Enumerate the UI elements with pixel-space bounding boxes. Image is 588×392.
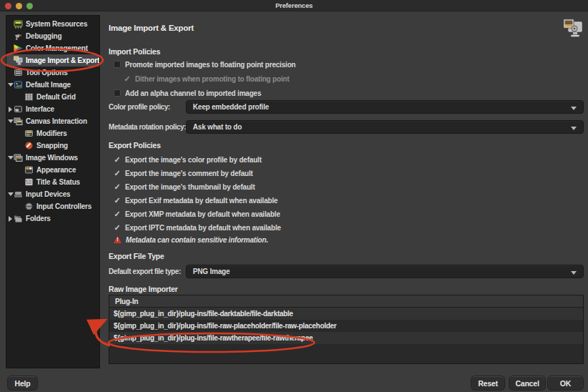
title-status-icon [24, 177, 34, 187]
sidebar-item-label: Image Import & Export [26, 57, 99, 64]
checkbox-promote-imported-images[interactable]: Promote imported images to floating poin… [109, 58, 584, 71]
sidebar-item-snapping[interactable]: Snapping [6, 139, 99, 152]
checkmark-icon: ✓ [113, 155, 121, 165]
minimize-window-button[interactable] [16, 3, 22, 9]
sidebar-item-image-import-export[interactable]: Image Import & Export [6, 54, 99, 67]
preferences-window: Preferences System Resources Debugging C… [0, 0, 588, 392]
default-image-icon [14, 80, 23, 89]
default-export-file-type-row: Default export file type: PNG Image [109, 265, 584, 278]
expander-down-icon[interactable] [7, 83, 14, 87]
plug-in-column-header[interactable]: Plug-In [109, 295, 583, 308]
sidebar-item-modifiers[interactable]: Modifiers [6, 127, 99, 139]
sidebar-item-label: Color Management [26, 44, 88, 52]
checkbox-label: Export the image's color profile by defa… [125, 156, 261, 164]
sidebar-item-label: Debugging [26, 32, 61, 40]
default-export-file-type-select[interactable]: PNG Image [186, 265, 584, 278]
metadata-rotation-policy-row: Metadata rotation policy: Ask what to do [109, 120, 584, 134]
metadata-rotation-policy-label: Metadata rotation policy: [109, 120, 186, 134]
metadata-rotation-policy-select[interactable]: Ask what to do [186, 120, 584, 134]
sidebar-item-label: Input Controllers [36, 202, 91, 210]
sidebar-item-label: Modifiers [36, 129, 67, 137]
checkbox-export-thumbnail[interactable]: ✓ Export the image's thumbnail by defaul… [109, 180, 584, 193]
checkbox-export-iptc[interactable]: ✓ Export IPTC metadata by default when a… [109, 221, 584, 234]
checkbox-unchecked-icon[interactable] [114, 61, 121, 68]
warning-text: Metadata can contain sensitive informati… [126, 236, 268, 244]
preferences-sidebar: System Resources Debugging Color Managem… [6, 15, 100, 368]
checkbox-export-exif[interactable]: ✓ Export Exif metadata by default when a… [109, 194, 584, 207]
expander-right-icon[interactable] [7, 107, 14, 112]
sidebar-item-color-management[interactable]: Color Management [6, 42, 99, 54]
checkbox-label: Export Exif metadata by default when ava… [125, 197, 278, 205]
sidebar-item-image-windows[interactable]: Image Windows [6, 152, 99, 164]
expander-down-icon[interactable] [7, 192, 14, 196]
checkbox-label: Export the image's thumbnail by default [125, 183, 255, 191]
zoom-window-button[interactable] [26, 3, 33, 9]
checkbox-unchecked-icon[interactable] [114, 89, 121, 97]
checkbox-label: Promote imported images to floating poin… [125, 61, 296, 69]
help-button[interactable]: Help [7, 376, 38, 391]
selected-value: Keep embedded profile [193, 103, 269, 111]
raw-importer-row-raw-placeholder[interactable]: ${gimp_plug_in_dir}/plug-ins/file-raw-pl… [109, 320, 583, 332]
cancel-button[interactable]: Cancel [509, 376, 546, 391]
sidebar-item-label: Image Windows [26, 154, 78, 162]
sidebar-item-label: Title & Status [36, 178, 80, 186]
sidebar-item-input-devices[interactable]: Input Devices [6, 188, 99, 200]
folders-icon [14, 214, 23, 223]
checkmark-icon: ✓ [113, 223, 121, 232]
checkmark-icon: ✓ [113, 182, 121, 192]
page-title: Image Import & Export [109, 24, 194, 32]
sidebar-item-default-grid[interactable]: Default Grid [6, 91, 99, 103]
sidebar-item-tool-options[interactable]: Tool Options [6, 67, 99, 79]
sidebar-item-debugging[interactable]: Debugging [6, 30, 99, 42]
selected-value: PNG Image [193, 268, 230, 275]
sidebar-item-folders[interactable]: Folders [6, 212, 99, 225]
modifiers-icon [24, 129, 34, 138]
ok-button[interactable]: OK [547, 376, 584, 391]
metadata-warning: Metadata can contain sensitive informati… [109, 233, 584, 246]
snapping-icon [24, 141, 34, 150]
color-management-icon [14, 44, 23, 53]
checkbox-export-xmp[interactable]: ✓ Export XMP metadata by default when av… [109, 207, 584, 220]
input-controllers-icon [24, 202, 34, 211]
sidebar-item-label: Folders [26, 215, 51, 222]
checkbox-export-color-profile[interactable]: ✓ Export the image's color profile by de… [109, 153, 584, 166]
sidebar-item-appearance[interactable]: Appearance [6, 164, 99, 176]
checkbox-label: Export XMP metadata by default when avai… [125, 210, 280, 218]
image-windows-icon [14, 153, 23, 162]
sidebar-item-title-status[interactable]: Title & Status [6, 176, 99, 188]
appearance-icon [24, 165, 34, 175]
export-policies-heading: Export Policies [109, 141, 161, 150]
system-resources-icon [14, 19, 23, 29]
checkbox-label: Export the image's comment by default [125, 170, 253, 177]
sidebar-item-default-image[interactable]: Default Image [6, 79, 99, 91]
chevron-down-icon [571, 107, 577, 110]
chevron-down-icon [571, 127, 577, 130]
checkbox-add-alpha-channel[interactable]: Add an alpha channel to imported images [109, 87, 584, 99]
default-grid-icon [24, 92, 34, 102]
checkbox-export-comment[interactable]: ✓ Export the image's comment by default [109, 167, 584, 180]
color-profile-policy-row: Color profile policy: Keep embedded prof… [109, 100, 584, 114]
sidebar-item-label: Interface [26, 105, 54, 113]
checkbox-dither-images: ✓ Dither images when promoting to floati… [109, 72, 584, 85]
color-profile-policy-select[interactable]: Keep embedded profile [186, 100, 584, 114]
sidebar-item-label: Canvas Interaction [26, 117, 87, 125]
interface-icon [14, 104, 23, 114]
expander-right-icon[interactable] [7, 216, 14, 222]
raw-importer-row-rawtherapee[interactable]: ${gimp_plug_in_dir}/plug-ins/file-rawthe… [109, 332, 583, 344]
sidebar-item-system-resources[interactable]: System Resources [6, 18, 99, 30]
image-import-export-page-icon [562, 18, 584, 41]
window-title: Preferences [275, 1, 312, 9]
reset-button[interactable]: Reset [471, 376, 505, 391]
sidebar-item-interface[interactable]: Interface [6, 103, 99, 115]
sidebar-item-input-controllers[interactable]: Input Controllers [6, 200, 99, 212]
raw-importer-row-darktable[interactable]: ${gimp_plug_in_dir}/plug-ins/file-darkta… [109, 308, 583, 320]
import-policies-heading: Import Policies [109, 47, 160, 56]
expander-down-icon[interactable] [7, 119, 14, 123]
canvas-interaction-icon [14, 117, 23, 126]
sidebar-item-label: Input Devices [26, 190, 70, 198]
close-window-button[interactable] [5, 3, 11, 9]
export-file-type-heading: Export File Type [109, 252, 164, 260]
sidebar-item-canvas-interaction[interactable]: Canvas Interaction [6, 115, 99, 127]
expander-down-icon[interactable] [7, 156, 14, 160]
sidebar-item-label: Default Image [26, 81, 71, 89]
